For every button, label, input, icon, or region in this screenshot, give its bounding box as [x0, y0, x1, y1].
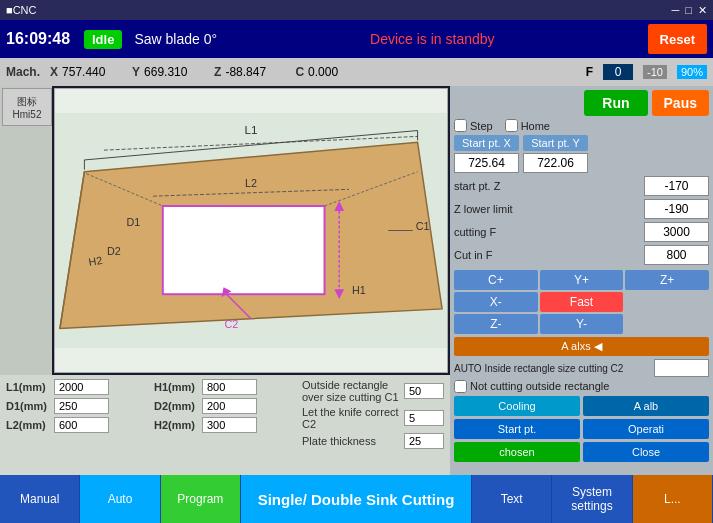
step-checkbox-label[interactable]: Step: [454, 119, 493, 132]
status-bar: 16:09:48 Idle Saw blade 0° Device is in …: [0, 20, 713, 58]
hmi-line2: Hmi52: [13, 109, 42, 120]
c-plus-button[interactable]: C+: [454, 270, 538, 290]
standby-text: Device is in standby: [225, 31, 640, 47]
title-button[interactable]: Single/ Double Sink Cutting: [241, 475, 472, 523]
svg-text:C2: C2: [225, 319, 239, 331]
saw-label: Saw blade 0°: [134, 31, 217, 47]
d1-input[interactable]: [54, 398, 109, 414]
y-minus-button[interactable]: Y-: [540, 314, 624, 334]
svg-text:C1: C1: [416, 221, 430, 233]
operat-button[interactable]: Operati: [583, 419, 709, 439]
cutting-f-label: cutting F: [454, 226, 640, 238]
status-badge: Idle: [84, 30, 122, 49]
step-checkbox[interactable]: [454, 119, 467, 132]
z-label: Z: [214, 65, 221, 79]
maximize-icon[interactable]: □: [685, 4, 692, 17]
cut-in-f-input[interactable]: [644, 245, 709, 265]
chosen-close-row: chosen Close: [454, 442, 709, 462]
mach-label: Mach.: [6, 65, 40, 79]
z-axis: Z -88.847: [214, 65, 285, 79]
not-cutting-row: Not cutting outside rectangle: [454, 380, 709, 393]
d1-label: D1(mm): [6, 400, 51, 412]
title-bar-title: CNC: [13, 4, 37, 16]
start-pt-y-input[interactable]: [523, 153, 588, 173]
step-label: Step: [470, 120, 493, 132]
percent-button[interactable]: 90%: [677, 65, 707, 79]
plate-thickness-input[interactable]: [404, 433, 444, 449]
cutting-f-input[interactable]: [644, 222, 709, 242]
start-pt-y-col: Start pt. Y: [523, 135, 588, 173]
c-label: C: [295, 65, 304, 79]
params-section: L1(mm) D1(mm) L2(mm) H1(mm) D2: [0, 375, 450, 475]
minimize-icon[interactable]: ─: [672, 4, 680, 17]
run-button[interactable]: Run: [584, 90, 647, 116]
close-button[interactable]: Close: [583, 442, 709, 462]
x-minus-button[interactable]: X-: [454, 292, 538, 312]
home-checkbox[interactable]: [505, 119, 518, 132]
hmi-col: 图标 Hmi52: [0, 86, 52, 375]
pause-button[interactable]: Paus: [652, 90, 709, 116]
start-pt-button[interactable]: Start pt.: [454, 419, 580, 439]
start-pt-y-button[interactable]: Start pt. Y: [523, 135, 588, 151]
reset-button[interactable]: Reset: [648, 24, 707, 54]
startpt-operat-row: Start pt. Operati: [454, 419, 709, 439]
d1-param: D1(mm): [6, 398, 148, 414]
d2-input[interactable]: [202, 398, 257, 414]
z-plus-button[interactable]: Z+: [625, 270, 709, 290]
svg-text:L2: L2: [245, 177, 257, 189]
start-pt-xy-row: Start pt. X Start pt. Y: [454, 135, 709, 173]
start-pt-z-row: start pt. Z: [454, 176, 709, 196]
last-button[interactable]: L...: [633, 475, 713, 523]
text-button[interactable]: Text: [472, 475, 552, 523]
knife-correct-input[interactable]: [404, 410, 444, 426]
cooling-aalb-row: Cooling A alb: [454, 396, 709, 416]
direction-grid: C+ Y+ Z+ X- Fast Z- Y-: [454, 270, 709, 334]
z-lower-input[interactable]: [644, 199, 709, 219]
l1-label: L1(mm): [6, 381, 51, 393]
l1-input[interactable]: [54, 379, 109, 395]
fast-button[interactable]: Fast: [540, 292, 624, 312]
plate-thickness-label: Plate thickness: [302, 435, 400, 447]
h2-input[interactable]: [202, 417, 257, 433]
outside-rect-input[interactable]: [404, 383, 444, 399]
cut-in-f-row: Cut in F: [454, 245, 709, 265]
aalb-button[interactable]: A alb: [583, 396, 709, 416]
auto-button[interactable]: Auto: [80, 475, 160, 523]
y-value: 669.310: [144, 65, 204, 79]
h2-param: H2(mm): [154, 417, 296, 433]
start-pt-z-input[interactable]: [644, 176, 709, 196]
program-button[interactable]: Program: [161, 475, 241, 523]
home-checkbox-label[interactable]: Home: [505, 119, 550, 132]
not-cutting-checkbox[interactable]: [454, 380, 467, 393]
a-alxs-button[interactable]: A alxs ◀: [454, 337, 709, 356]
l1-param: L1(mm): [6, 379, 148, 395]
chosen-button[interactable]: chosen: [454, 442, 580, 462]
auto-input[interactable]: [654, 359, 709, 377]
hmi-line1: 图标: [13, 95, 42, 109]
minus-10-button[interactable]: -10: [643, 65, 667, 79]
system-settings-button[interactable]: System settings: [552, 475, 632, 523]
knife-correct-label: Let the knife correct C2: [302, 406, 400, 430]
h1-input[interactable]: [202, 379, 257, 395]
right-params: Outside rectangle over size cutting C1 L…: [302, 379, 444, 471]
z-lower-row: Z lower limit: [454, 199, 709, 219]
manual-button[interactable]: Manual: [0, 475, 80, 523]
svg-text:H1: H1: [352, 284, 366, 296]
h2-label: H2(mm): [154, 419, 199, 431]
x-value: 757.440: [62, 65, 122, 79]
svg-text:D1: D1: [127, 216, 141, 228]
y-label: Y: [132, 65, 140, 79]
z-lower-label: Z lower limit: [454, 203, 640, 215]
cooling-button[interactable]: Cooling: [454, 396, 580, 416]
start-pt-x-input[interactable]: [454, 153, 519, 173]
l2-input[interactable]: [54, 417, 109, 433]
close-icon[interactable]: ✕: [698, 4, 707, 17]
y-plus-button[interactable]: Y+: [540, 270, 624, 290]
diagram-section: 图标 Hmi52 L1: [0, 86, 450, 375]
not-cutting-label: Not cutting outside rectangle: [470, 380, 709, 392]
z-minus-button[interactable]: Z-: [454, 314, 538, 334]
start-pt-x-button[interactable]: Start pt. X: [454, 135, 519, 151]
d2-label: D2(mm): [154, 400, 199, 412]
l2-param: L2(mm): [6, 417, 148, 433]
h1-label: H1(mm): [154, 381, 199, 393]
